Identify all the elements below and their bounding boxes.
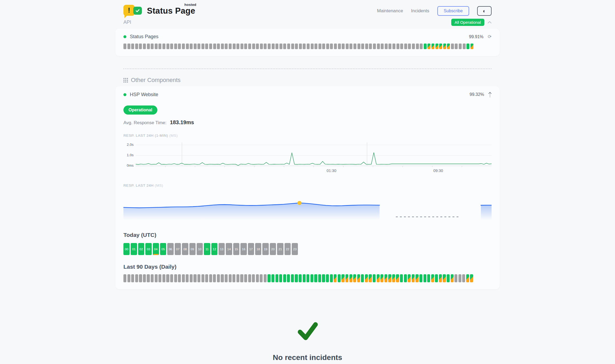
uptime-bar-nodata[interactable] (135, 274, 138, 282)
uptime-bar-mixed[interactable] (439, 274, 442, 282)
uptime-bar-mixed[interactable] (408, 274, 411, 282)
uptime-bar-nodata[interactable] (396, 44, 399, 49)
hour-block-15[interactable]: 15 (233, 243, 239, 255)
uptime-bar-nodata[interactable] (221, 274, 224, 282)
uptime-bar-nodata[interactable] (451, 44, 454, 49)
uptime-bar-nodata[interactable] (170, 44, 173, 49)
uptime-bar-nodata[interactable] (229, 44, 232, 49)
uptime-bar-nodata[interactable] (205, 274, 208, 282)
uptime-bar-up[interactable] (271, 274, 274, 282)
uptime-bar-up[interactable] (466, 44, 469, 49)
uptime-bar-mixed[interactable] (443, 274, 446, 282)
hour-block-08[interactable]: 08 (182, 243, 188, 255)
uptime-bar-nodata[interactable] (369, 44, 372, 49)
uptime-bar-mixed[interactable] (415, 274, 418, 282)
uptime-bar-nodata[interactable] (201, 44, 204, 49)
uptime-bar-nodata[interactable] (295, 44, 298, 49)
uptime-bar-mixed[interactable] (427, 44, 430, 49)
uptime-bar-up[interactable] (424, 44, 427, 49)
uptime-bar-nodata[interactable] (260, 44, 263, 49)
uptime-bar-nodata[interactable] (377, 44, 380, 49)
uptime-bar-nodata[interactable] (232, 274, 235, 282)
uptime-bar-mixed[interactable] (349, 274, 352, 282)
uptime-bar-up[interactable] (295, 274, 298, 282)
uptime-bar-nodata[interactable] (158, 274, 161, 282)
uptime-bar-nodata[interactable] (155, 44, 158, 49)
uptime-bar-up[interactable] (306, 274, 309, 282)
uptime-bar-mixed[interactable] (470, 44, 473, 49)
uptime-bar-nodata[interactable] (462, 274, 465, 282)
hour-block-16[interactable]: 16 (240, 243, 247, 255)
hour-block-06[interactable]: 06 (167, 243, 173, 255)
uptime-bar-nodata[interactable] (182, 44, 185, 49)
uptime-bar-up[interactable] (326, 274, 329, 282)
uptime-bar-nodata[interactable] (197, 44, 200, 49)
uptime-bar-mixed[interactable] (451, 274, 454, 282)
uptime-bar-nodata[interactable] (209, 44, 212, 49)
uptime-bar-nodata[interactable] (143, 44, 146, 49)
uptime-bar-up[interactable] (435, 274, 438, 282)
uptime-bar-nodata[interactable] (311, 44, 314, 49)
uptime-bar-up[interactable] (299, 274, 302, 282)
uptime-bar-nodata[interactable] (260, 274, 263, 282)
uptime-bar-up[interactable] (275, 274, 278, 282)
hour-block-07[interactable]: 07 (175, 243, 181, 255)
uptime-bar-nodata[interactable] (318, 44, 321, 49)
hour-block-14[interactable]: 14 (226, 243, 232, 255)
uptime-bar-nodata[interactable] (256, 44, 259, 49)
uptime-bar-nodata[interactable] (193, 274, 196, 282)
hour-block-09[interactable]: 09 (189, 243, 196, 255)
uptime-bar-up[interactable] (267, 274, 270, 282)
uptime-bar-nodata[interactable] (147, 44, 150, 49)
hour-block-18[interactable]: 18 (255, 243, 261, 255)
uptime-bar-nodata[interactable] (162, 44, 165, 49)
uptime-bar-nodata[interactable] (236, 44, 239, 49)
uptime-bar-nodata[interactable] (131, 44, 134, 49)
uptime-bar-nodata[interactable] (170, 274, 173, 282)
nav-incidents[interactable]: Incidents (411, 8, 429, 14)
uptime-bar-nodata[interactable] (127, 44, 130, 49)
uptime-bar-nodata[interactable] (256, 274, 259, 282)
uptime-bar-nodata[interactable] (420, 44, 423, 49)
hour-block-04[interactable]: 04 (153, 243, 159, 255)
uptime-bar-nodata[interactable] (178, 44, 181, 49)
uptime-bar-mixed[interactable] (470, 274, 473, 282)
uptime-bar-mixed[interactable] (412, 274, 415, 282)
uptime-bar-nodata[interactable] (174, 274, 177, 282)
uptime-bar-up[interactable] (419, 274, 422, 282)
hour-block-20[interactable]: 20 (270, 243, 276, 255)
uptime-bar-up[interactable] (330, 274, 333, 282)
uptime-bar-nodata[interactable] (240, 44, 243, 49)
uptime-bar-nodata[interactable] (381, 44, 384, 49)
uptime-bar-nodata[interactable] (162, 274, 165, 282)
hour-block-00[interactable]: 00 (123, 243, 130, 255)
highlight-point[interactable] (297, 201, 301, 205)
hour-block-17[interactable]: 17 (248, 243, 254, 255)
uptime-bar-nodata[interactable] (244, 44, 247, 49)
uptime-bar-mixed[interactable] (392, 274, 395, 282)
uptime-bar-nodata[interactable] (400, 44, 403, 49)
hour-block-21[interactable]: 21 (277, 243, 283, 255)
uptime-bar-up[interactable] (404, 274, 407, 282)
hour-block-23[interactable]: 23 (292, 243, 298, 255)
uptime-bar-nodata[interactable] (178, 274, 181, 282)
uptime-bar-nodata[interactable] (155, 274, 158, 282)
uptime-bar-nodata[interactable] (287, 44, 290, 49)
uptime-bar-nodata[interactable] (166, 44, 169, 49)
uptime-bar-nodata[interactable] (186, 44, 189, 49)
uptime-bar-mixed[interactable] (435, 44, 438, 49)
uptime-bar-nodata[interactable] (221, 44, 224, 49)
uptime-bar-nodata[interactable] (240, 274, 243, 282)
uptime-bar-nodata[interactable] (201, 274, 204, 282)
uptime-bar-nodata[interactable] (334, 44, 337, 49)
uptime-bar-nodata[interactable] (147, 274, 150, 282)
uptime-bar-mixed[interactable] (443, 44, 446, 49)
hour-block-05[interactable]: 05 (160, 243, 166, 255)
uptime-bar-nodata[interactable] (291, 44, 294, 49)
uptime-bar-mixed[interactable] (365, 274, 368, 282)
uptime-bar-nodata[interactable] (322, 44, 325, 49)
uptime-bar-up[interactable] (283, 274, 286, 282)
uptime-bar-nodata[interactable] (353, 44, 356, 49)
uptime-bar-mixed[interactable] (439, 44, 442, 49)
uptime-bar-nodata[interactable] (458, 274, 461, 282)
